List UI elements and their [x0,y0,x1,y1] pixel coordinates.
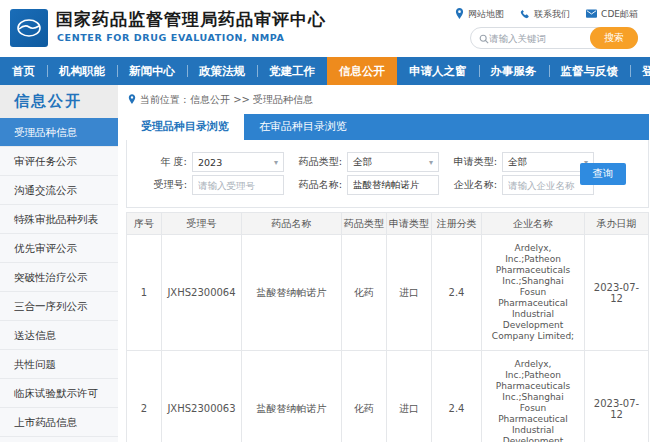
site-search: 搜索 [470,27,638,49]
drug-name-input[interactable] [353,180,433,191]
drug-name-label: 药品名称: [284,178,342,192]
mail-link[interactable]: CDE邮箱 [586,8,638,21]
location-pin-icon [128,94,136,106]
chevron-down-icon: ▾ [274,158,278,167]
contact-link[interactable]: 联系我们 [520,8,570,21]
nav-services[interactable]: 办事服务 [479,57,549,85]
nav-home[interactable]: 首页 [0,57,47,85]
apply-type-label: 申请类型: [439,155,497,169]
site-header: 国家药品监督管理局药品审评中心 CENTER FOR DRUG EVALUATI… [0,0,650,57]
nav-functions[interactable]: 机构职能 [47,57,117,85]
year-select[interactable]: 2023 ▾ [192,152,284,172]
col-drug-name: 药品名称 [242,213,342,235]
sidebar-title: 信息公开 [0,85,118,118]
nav-policy[interactable]: 政策法规 [187,57,257,85]
sidebar-item-review-tasks[interactable]: 审评任务公示 [0,147,118,176]
sidebar-item-communication[interactable]: 沟通交流公示 [0,176,118,205]
table-row: 2 JXHS2300063 盐酸替纳帕诺片 化药 进口 2.4 Ardelyx,… [127,351,649,442]
tabbar: 受理品种目录浏览 在审品种目录浏览 [126,114,649,140]
sidebar-item-priority-review[interactable]: 优先审评公示 [0,234,118,263]
main-nav: 首页 机构职能 新闻中心 政策法规 党建工作 信息公开 申请人之窗 办事服务 监… [0,57,650,85]
phone-icon [520,9,530,21]
nav-news[interactable]: 新闻中心 [117,57,187,85]
col-date: 承办日期 [585,213,649,235]
company-label: 企业名称: [439,178,497,192]
location-pin-icon [455,8,464,21]
sidebar-item-marketed-drugs[interactable]: 上市药品信息 [0,408,118,437]
accept-no-input[interactable] [198,180,278,191]
col-seq: 序号 [127,213,162,235]
cde-logo [10,9,48,47]
table-row: 1 JXHS2300064 盐酸替纳帕诺片 化药 进口 2.4 Ardelyx,… [127,235,649,351]
accept-no-field-wrap [192,175,284,195]
query-button[interactable]: 查询 [580,163,626,185]
site-title: 国家药品监督管理局药品审评中心 [56,8,326,31]
sidebar-item-clinical-trial-license[interactable]: 临床试验默示许可 [0,379,118,408]
nav-info-disclosure[interactable]: 信息公开 [327,57,397,85]
nav-applicant[interactable]: 申请人之窗 [397,57,479,85]
top-links: 网站地图 联系我们 CDE邮箱 [455,8,638,21]
mail-icon [586,9,597,20]
sidebar: 信息公开 受理品种信息 审评任务公示 沟通交流公示 特殊审批品种列表 优先审评公… [0,85,118,442]
col-company: 企业名称 [482,213,585,235]
sidebar-item-accepted-varieties[interactable]: 受理品种信息 [0,118,118,147]
nav-supervision[interactable]: 监督与反馈 [549,57,631,85]
sidebar-item-breakthrough-therapy[interactable]: 突破性治疗公示 [0,263,118,292]
main-panel: 当前位置：信息公开 >> 受理品种信息 受理品种目录浏览 在审品种目录浏览 年 … [118,85,650,442]
col-apply-type: 申请类型 [387,213,432,235]
chevron-down-icon: ▾ [429,158,433,167]
sidebar-item-excipient-registration[interactable]: 原辅包登记信息 [0,437,118,442]
results-table: 序号 受理号 药品名称 药品类型 申请类型 注册分类 企业名称 承办日期 1 J… [126,212,649,442]
company-input[interactable] [508,180,588,191]
col-accept-no: 受理号 [162,213,242,235]
tab-accepted-catalog[interactable]: 受理品种目录浏览 [126,114,244,140]
search-icon [479,29,489,48]
filter-panel: 年 度: 2023 ▾ 药品类型: 全部 ▾ 申请类型: 全部 ▾ 受理号: [126,140,649,208]
drug-type-label: 药品类型: [284,155,342,169]
sitemap-link[interactable]: 网站地图 [455,8,504,21]
sidebar-item-three-in-one[interactable]: 三合一序列公示 [0,292,118,321]
site-subtitle: CENTER FOR DRUG EVALUATION, NMPA [57,32,285,43]
nav-registration-platform[interactable]: 登记备案平台 [630,57,650,85]
drug-name-field-wrap [347,175,439,195]
sidebar-item-delivery-info[interactable]: 送达信息 [0,321,118,350]
col-drug-type: 药品类型 [342,213,387,235]
col-reg-class: 注册分类 [432,213,482,235]
sidebar-item-common-issues[interactable]: 共性问题 [0,350,118,379]
accept-no-label: 受理号: [129,178,187,192]
table-header-row: 序号 受理号 药品名称 药品类型 申请类型 注册分类 企业名称 承办日期 [127,213,649,235]
drug-type-select[interactable]: 全部 ▾ [347,152,439,172]
content-area: 信息公开 受理品种信息 审评任务公示 沟通交流公示 特殊审批品种列表 优先审评公… [0,85,650,442]
sidebar-item-special-approval[interactable]: 特殊审批品种列表 [0,205,118,234]
tab-under-review-catalog[interactable]: 在审品种目录浏览 [244,114,362,140]
nav-party[interactable]: 党建工作 [257,57,327,85]
breadcrumb: 当前位置：信息公开 >> 受理品种信息 [128,93,649,107]
year-label: 年 度: [129,155,187,169]
search-button[interactable]: 搜索 [590,27,638,49]
